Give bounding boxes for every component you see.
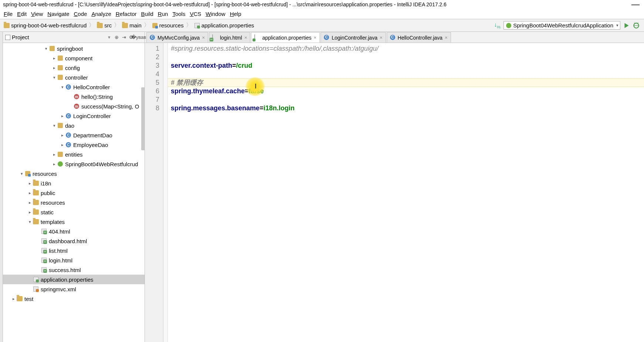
code-line-4[interactable]: [171, 70, 644, 78]
expand-right-icon[interactable]: ▸: [52, 162, 57, 167]
menu-analyze[interactable]: Analyze: [89, 10, 113, 18]
tree-node-resources[interactable]: ▸resources: [3, 198, 145, 207]
expand-right-icon[interactable]: ▸: [52, 56, 57, 61]
line-number[interactable]: 5: [145, 78, 159, 87]
tree-node-config[interactable]: ▸config: [3, 63, 145, 73]
breadcrumb-application-properties[interactable]: application.properties: [193, 21, 256, 29]
breadcrumb-resources[interactable]: resources: [150, 21, 185, 29]
expand-right-icon[interactable]: ▸: [60, 142, 65, 147]
expand-down-icon[interactable]: ▾: [52, 75, 57, 80]
tree-node-templates[interactable]: ▾templates: [3, 217, 145, 227]
tree-node-departmentdao[interactable]: ▸CDepartmentDao: [3, 130, 145, 140]
tree-node-logincontroller[interactable]: ▸CLoginController: [3, 111, 145, 121]
menu-help[interactable]: Help: [228, 10, 244, 18]
code-line-6[interactable]: spring.thymeleaf.cache=false: [171, 87, 644, 95]
code-editor[interactable]: I #spring.resources.static-locations=cla…: [168, 43, 644, 342]
tree-node-hello-string[interactable]: ·mhello():String: [3, 92, 145, 101]
line-number[interactable]: 8: [145, 104, 159, 113]
line-number[interactable]: 6: [145, 87, 159, 95]
expand-right-icon[interactable]: ▸: [60, 133, 65, 138]
menu-run[interactable]: Run: [156, 10, 170, 18]
tree-node-component[interactable]: ▸component: [3, 53, 145, 63]
breadcrumb-main[interactable]: main: [121, 21, 143, 29]
tree-node-application-properties[interactable]: ·application.properties: [3, 275, 145, 284]
line-number-gutter[interactable]: 12345678: [145, 43, 163, 342]
menu-vcs[interactable]: VCS: [187, 10, 203, 18]
project-view-dropdown-icon[interactable]: ▾: [108, 34, 111, 40]
tree-node-controller[interactable]: ▾controller: [3, 73, 145, 82]
menu-file[interactable]: File: [1, 10, 15, 18]
tree-node-springboot04webrestfulcrud[interactable]: ▸SpringBoot04WebRestfulcrud: [3, 159, 145, 169]
line-number[interactable]: 2: [145, 53, 159, 61]
breadcrumb-spring-boot-04-web-restfulcrud[interactable]: spring-boot-04-web-restfulcrud: [2, 21, 88, 29]
collapse-all-icon[interactable]: ⇥: [120, 34, 128, 41]
menu-build[interactable]: Build: [139, 10, 155, 18]
close-tab-icon[interactable]: ×: [244, 35, 247, 40]
menu-navigate[interactable]: Navigate: [45, 10, 71, 18]
tree-node-test[interactable]: ▸test: [3, 294, 145, 304]
code-line-1[interactable]: #spring.resources.static-locations=class…: [171, 44, 644, 53]
left-tool-strip[interactable]: [0, 32, 3, 342]
menu-refactor[interactable]: Refactor: [113, 10, 139, 18]
expand-right-icon[interactable]: ▸: [60, 114, 65, 118]
expand-right-icon[interactable]: ▸: [11, 296, 16, 301]
tab-hellocontroller-java[interactable]: CHelloController.java×: [387, 32, 451, 43]
breadcrumb[interactable]: spring-boot-04-web-restfulcrud〉src〉main〉…: [0, 21, 255, 29]
hide-panel-icon[interactable]: �ував: [135, 34, 142, 41]
tree-node-springmvc-xml[interactable]: ·springmvc.xml: [3, 284, 145, 294]
expand-right-icon[interactable]: ▸: [52, 152, 57, 157]
run-button[interactable]: [623, 22, 630, 29]
line-number[interactable]: 1: [145, 44, 159, 53]
close-tab-icon[interactable]: ×: [380, 35, 383, 40]
code-line-3[interactable]: server.context-path=/crud: [171, 61, 644, 70]
tree-node-public[interactable]: ▸public: [3, 188, 145, 198]
make-project-icon[interactable]: ↓01: [494, 21, 501, 29]
tree-node-list-html[interactable]: ·list.html: [3, 246, 145, 255]
tree-node-hellocontroller[interactable]: ▾CHelloController: [3, 82, 145, 92]
tree-node-entities[interactable]: ▸entities: [3, 150, 145, 159]
tree-node-employeedao[interactable]: ▸CEmployeeDao: [3, 140, 145, 150]
tree-node-resources[interactable]: ▾resources: [3, 169, 145, 178]
tree-node-static[interactable]: ▸static: [3, 207, 145, 217]
scroll-to-source-icon[interactable]: ⊕: [113, 34, 120, 41]
tree-node-springboot[interactable]: ▾springboot: [3, 44, 145, 53]
expand-right-icon[interactable]: ▸: [52, 66, 57, 70]
menu-tools[interactable]: Tools: [170, 10, 187, 18]
menu-view[interactable]: View: [29, 10, 45, 18]
line-number[interactable]: 4: [145, 70, 159, 78]
expand-right-icon[interactable]: ▸: [27, 191, 33, 195]
expand-down-icon[interactable]: ▾: [27, 219, 33, 224]
tree-node-404-html[interactable]: ·404.html: [3, 227, 145, 236]
tab-application-properties[interactable]: application.properties×: [251, 32, 320, 43]
tree-node-dao[interactable]: ▾dao: [3, 121, 145, 130]
project-view-icon[interactable]: [5, 35, 10, 40]
code-line-8[interactable]: spring.messages.basename=i18n.login: [171, 104, 644, 113]
tab-mymvcconfig-java[interactable]: CMyMvcConfig.java×: [146, 32, 208, 43]
project-panel-title[interactable]: Project: [12, 34, 29, 40]
tab-login-html[interactable]: login.html×: [209, 32, 251, 43]
tab-logincontroller-java[interactable]: CLoginController.java×: [321, 32, 386, 43]
tree-scrollbar[interactable]: [141, 87, 145, 150]
close-tab-icon[interactable]: ×: [314, 35, 317, 40]
tree-node-login-html[interactable]: ·login.html: [3, 255, 145, 265]
expand-right-icon[interactable]: ▸: [27, 200, 33, 205]
expand-down-icon[interactable]: ▾: [19, 171, 24, 176]
tree-node-success-map-string-o[interactable]: ·msuccess(Map<String, O: [3, 101, 145, 111]
expand-down-icon[interactable]: ▾: [52, 123, 57, 128]
close-tab-icon[interactable]: ×: [202, 35, 205, 40]
expand-down-icon[interactable]: ▾: [44, 46, 49, 51]
run-configuration-selector[interactable]: SpringBoot04WebRestfulcrudApplication: [504, 21, 620, 30]
menu-window[interactable]: Window: [203, 10, 227, 18]
breadcrumb-src[interactable]: src: [95, 21, 113, 29]
tree-node-dashboard-html[interactable]: ·dashboard.html: [3, 236, 145, 246]
tree-node-i18n[interactable]: ▸i18n: [3, 178, 145, 188]
expand-right-icon[interactable]: ▸: [27, 210, 33, 215]
menu-edit[interactable]: Edit: [15, 10, 29, 18]
code-line-7[interactable]: [171, 95, 644, 104]
expand-right-icon[interactable]: ▸: [27, 181, 33, 186]
debug-button[interactable]: [633, 22, 640, 29]
expand-down-icon[interactable]: ▾: [60, 85, 65, 90]
line-number[interactable]: 3: [145, 61, 159, 70]
code-line-2[interactable]: [171, 53, 644, 61]
tree-node-success-html[interactable]: ·success.html: [3, 265, 145, 275]
